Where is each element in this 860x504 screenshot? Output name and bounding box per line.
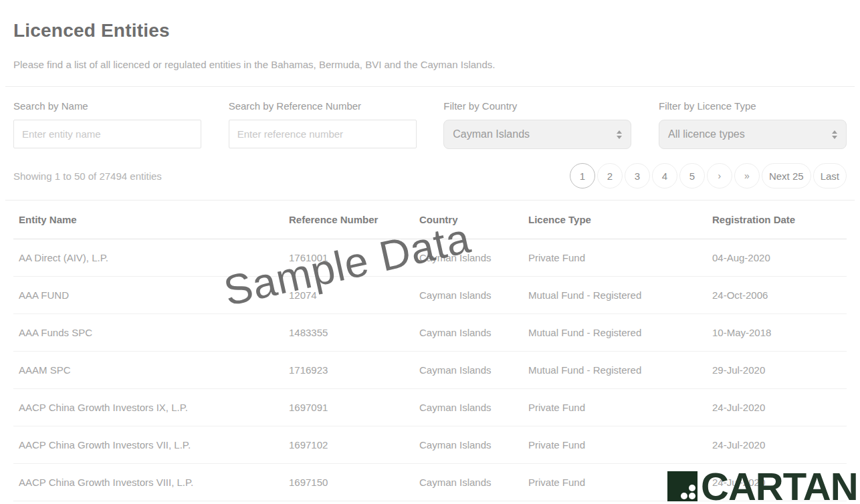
cell-entity-name: AAAM SPC [13, 364, 289, 376]
cell-reference-number: 1697091 [289, 402, 419, 413]
licenced-entities-page: Licenced Entities Please find a list of … [0, 0, 860, 504]
cartan-logo-icon [667, 471, 697, 501]
column-header-reference-number[interactable]: Reference Number [289, 214, 419, 225]
licence-select-value: All licence types [668, 128, 745, 140]
cell-reference-number: 1483355 [289, 327, 419, 338]
cell-licence-type: Private Fund [528, 252, 712, 263]
page-button-4[interactable]: 4 [652, 163, 677, 188]
filter-bar: Search by Name Search by Reference Numbe… [13, 100, 847, 149]
cell-entity-name: AACP China Growth Investors IX, L.P. [13, 402, 289, 413]
pagination: 1 2 3 4 5 › » Next 25 Last [570, 163, 847, 188]
cell-reference-number: 1761001 [289, 252, 419, 263]
cell-registration-date: 04-Aug-2020 [712, 252, 847, 263]
cell-licence-type: Mutual Fund - Registered [528, 364, 712, 376]
entities-table: Entity Name Reference Number Country Lic… [13, 201, 847, 501]
cell-country: Cayman Islands [419, 477, 528, 488]
cell-reference-number: 1697150 [289, 477, 419, 488]
last-page-button[interactable]: Last [813, 163, 847, 188]
table-row[interactable]: AAA Funds SPC 1483355 Cayman Islands Mut… [13, 314, 847, 352]
table-row[interactable]: AA Direct (AIV), L.P. 1761001 Cayman Isl… [13, 239, 847, 277]
cell-entity-name: AACP China Growth Investors VIII, L.P. [13, 477, 289, 488]
page-button-5[interactable]: 5 [679, 163, 705, 188]
cell-registration-date: 24-Jul-2020 [712, 439, 847, 451]
filter-licence-type: Filter by Licence Type All licence types [659, 100, 847, 149]
table-row[interactable]: AACP China Growth Investors IX, L.P. 169… [13, 389, 847, 426]
cell-entity-name: AACP China Growth Investors VII, L.P. [13, 439, 289, 451]
cell-entity-name: AAA FUND [13, 289, 289, 301]
cell-registration-date: 29-Jul-2020 [712, 364, 847, 376]
cell-country: Cayman Islands [419, 364, 528, 376]
column-header-licence-type[interactable]: Licence Type [528, 214, 712, 225]
page-button-1[interactable]: 1 [570, 163, 595, 188]
table-header-row: Entity Name Reference Number Country Lic… [13, 201, 847, 239]
cell-entity-name: AA Direct (AIV), L.P. [13, 252, 289, 263]
cell-entity-name: AAA Funds SPC [13, 327, 289, 338]
fast-forward-icon[interactable]: » [734, 163, 760, 188]
column-header-registration-date[interactable]: Registration Date [712, 214, 847, 225]
select-arrows-icon [617, 130, 622, 139]
cell-licence-type: Private Fund [528, 402, 712, 413]
cell-reference-number: 1716923 [289, 364, 419, 376]
column-header-entity-name[interactable]: Entity Name [13, 214, 289, 225]
results-bar: Showing 1 to 50 of 27494 entities 1 2 3 … [13, 162, 847, 189]
select-arrows-icon [832, 130, 837, 139]
cell-reference-number: 12074 [289, 289, 419, 301]
licence-type-select[interactable]: All licence types [659, 120, 847, 149]
cell-reference-number: 1697102 [289, 439, 419, 451]
page-title: Licenced Entities [13, 20, 860, 41]
filter-licence-label: Filter by Licence Type [659, 100, 847, 112]
cell-country: Cayman Islands [419, 252, 528, 263]
cell-country: Cayman Islands [419, 402, 528, 413]
page-subtitle: Please find a list of all licenced or re… [13, 59, 860, 70]
cell-licence-type: Mutual Fund - Registered [528, 289, 712, 301]
next-page-icon[interactable]: › [707, 163, 732, 188]
cartan-logo: CARTAN [667, 471, 858, 501]
cell-licence-type: Private Fund [528, 439, 712, 451]
search-reference-input[interactable] [229, 120, 417, 148]
cell-country: Cayman Islands [419, 439, 528, 451]
filter-name: Search by Name [13, 100, 201, 149]
cell-country: Cayman Islands [419, 289, 528, 301]
results-summary: Showing 1 to 50 of 27494 entities [13, 170, 162, 182]
table-row[interactable]: AACP China Growth Investors VII, L.P. 16… [13, 426, 847, 464]
search-name-label: Search by Name [13, 100, 201, 112]
search-name-input[interactable] [13, 120, 201, 148]
filter-country-label: Filter by Country [443, 100, 631, 112]
cell-licence-type: Mutual Fund - Registered [528, 327, 712, 338]
filter-reference: Search by Reference Number [229, 100, 417, 149]
filter-country: Filter by Country Cayman Islands [443, 100, 631, 149]
cell-country: Cayman Islands [419, 327, 528, 338]
table-row[interactable]: AAA FUND 12074 Cayman Islands Mutual Fun… [13, 277, 847, 314]
page-button-2[interactable]: 2 [597, 163, 623, 188]
header-divider [5, 86, 855, 87]
column-header-country[interactable]: Country [419, 214, 528, 225]
table-row[interactable]: AAAM SPC 1716923 Cayman Islands Mutual F… [13, 352, 847, 389]
country-select-value: Cayman Islands [453, 128, 530, 140]
cell-registration-date: 24-Jul-2020 [712, 402, 847, 413]
page-button-3[interactable]: 3 [625, 163, 650, 188]
country-select[interactable]: Cayman Islands [443, 120, 631, 149]
next-25-button[interactable]: Next 25 [762, 163, 811, 188]
cell-registration-date: 10-May-2018 [712, 327, 847, 338]
search-reference-label: Search by Reference Number [229, 100, 417, 112]
cell-registration-date: 24-Oct-2006 [712, 289, 847, 301]
cartan-logo-text: CARTAN [701, 472, 858, 501]
